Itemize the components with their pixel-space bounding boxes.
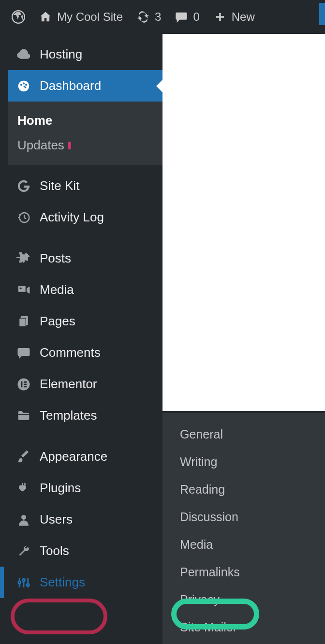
comments-icon: [16, 346, 31, 360]
site-home-link[interactable]: My Cool Site: [32, 0, 130, 34]
menu-pages[interactable]: Pages: [8, 306, 162, 337]
comments-count: 0: [193, 10, 199, 24]
flyout-label: Discussion: [180, 510, 238, 524]
folder-icon: [16, 409, 31, 423]
menu-tools[interactable]: Tools: [8, 535, 162, 567]
history-icon: [16, 210, 31, 225]
flyout-label: Permalinks: [180, 565, 240, 579]
dashboard-submenu: Home Updates: [8, 102, 162, 165]
admin-sidebar: Hosting Dashboard Home Updates Site Kit …: [8, 34, 162, 598]
menu-label: Elementor: [40, 377, 97, 392]
flyout-label: Writing: [180, 455, 217, 468]
menu-label: Templates: [40, 408, 97, 423]
svg-point-2: [20, 84, 22, 86]
flyout-label: General: [180, 427, 223, 441]
sliders-icon: [16, 575, 31, 590]
menu-label: Site Kit: [40, 178, 79, 193]
settings-writing[interactable]: Writing: [162, 448, 325, 476]
flyout-label: Privacy: [180, 593, 220, 606]
menu-label: Pages: [40, 314, 75, 329]
menu-elementor[interactable]: Elementor: [8, 368, 162, 400]
svg-rect-14: [24, 383, 27, 385]
admin-toolbar: My Cool Site 3 0 New: [0, 0, 325, 34]
wordpress-icon: [12, 10, 25, 24]
comments-link[interactable]: 0: [168, 0, 206, 34]
settings-discussion[interactable]: Discussion: [162, 503, 325, 531]
site-name-label: My Cool Site: [57, 10, 123, 24]
updates-count: 3: [155, 10, 161, 24]
settings-reading[interactable]: Reading: [162, 476, 325, 503]
settings-flyout: General Writing Reading Discussion Media…: [162, 413, 325, 644]
menu-label: Plugins: [40, 481, 81, 496]
new-label: New: [232, 10, 255, 24]
new-content-button[interactable]: New: [207, 0, 262, 34]
menu-templates[interactable]: Templates: [8, 400, 162, 431]
svg-rect-6: [18, 286, 26, 292]
toolbar-edge-indicator: [319, 3, 325, 25]
settings-permalinks[interactable]: Permalinks: [162, 558, 325, 586]
svg-rect-10: [19, 318, 26, 326]
google-icon: [16, 179, 31, 193]
svg-rect-15: [24, 386, 27, 387]
cloud-icon: [16, 47, 31, 62]
menu-label: Activity Log: [40, 210, 104, 225]
menu-plugins[interactable]: Plugins: [8, 472, 162, 504]
update-indicator-icon: [68, 142, 71, 149]
submenu-label: Home: [17, 113, 52, 128]
menu-label: Dashboard: [40, 78, 101, 93]
media-icon: [16, 283, 31, 297]
menu-site-kit[interactable]: Site Kit: [8, 170, 162, 202]
user-icon: [16, 512, 31, 527]
svg-point-17: [18, 581, 21, 584]
pages-icon: [16, 314, 31, 329]
menu-label: Tools: [40, 543, 69, 558]
settings-general[interactable]: General: [162, 421, 325, 448]
menu-users[interactable]: Users: [8, 504, 162, 535]
wordpress-logo-button[interactable]: [5, 0, 32, 34]
plugin-icon: [16, 481, 31, 496]
flyout-label: Media: [180, 538, 213, 551]
svg-point-3: [23, 82, 25, 84]
settings-site-mailer[interactable]: Site Mailer: [162, 614, 325, 641]
menu-label: Posts: [40, 251, 71, 266]
dashboard-icon: [16, 79, 31, 93]
menu-label: Comments: [40, 345, 101, 360]
menu-label: Users: [40, 512, 73, 527]
updates-icon: [136, 10, 150, 24]
menu-settings[interactable]: Settings: [8, 567, 162, 598]
settings-privacy[interactable]: Privacy: [162, 586, 325, 614]
plus-icon: [213, 10, 227, 24]
submenu-updates[interactable]: Updates: [8, 133, 162, 158]
flyout-label: Reading: [180, 483, 225, 496]
flyout-label: Site Mailer: [180, 620, 237, 634]
submenu-label: Updates: [17, 138, 64, 153]
menu-label: Appearance: [40, 449, 107, 464]
svg-rect-12: [21, 381, 22, 387]
svg-point-19: [27, 584, 29, 586]
svg-point-4: [25, 84, 27, 86]
settings-media[interactable]: Media: [162, 531, 325, 558]
menu-comments[interactable]: Comments: [8, 337, 162, 368]
menu-media[interactable]: Media: [8, 274, 162, 306]
updates-link[interactable]: 3: [130, 0, 168, 34]
menu-hosting[interactable]: Hosting: [8, 39, 162, 70]
comment-icon: [175, 10, 188, 24]
home-icon: [39, 10, 52, 24]
svg-point-18: [23, 579, 25, 581]
main-content-area: [162, 34, 325, 411]
menu-posts[interactable]: Posts: [8, 243, 162, 274]
menu-appearance[interactable]: Appearance: [8, 441, 162, 472]
menu-label: Settings: [40, 575, 85, 590]
submenu-home[interactable]: Home: [8, 108, 162, 133]
elementor-icon: [16, 377, 31, 392]
wrench-icon: [16, 544, 31, 558]
highlight-settings: [11, 599, 107, 634]
pin-icon: [16, 251, 31, 266]
menu-label: Media: [40, 282, 74, 297]
menu-label: Hosting: [40, 47, 82, 62]
brush-icon: [16, 450, 31, 464]
menu-dashboard[interactable]: Dashboard: [8, 70, 162, 102]
svg-rect-13: [24, 381, 27, 382]
menu-activity-log[interactable]: Activity Log: [8, 202, 162, 233]
svg-point-16: [21, 515, 26, 520]
